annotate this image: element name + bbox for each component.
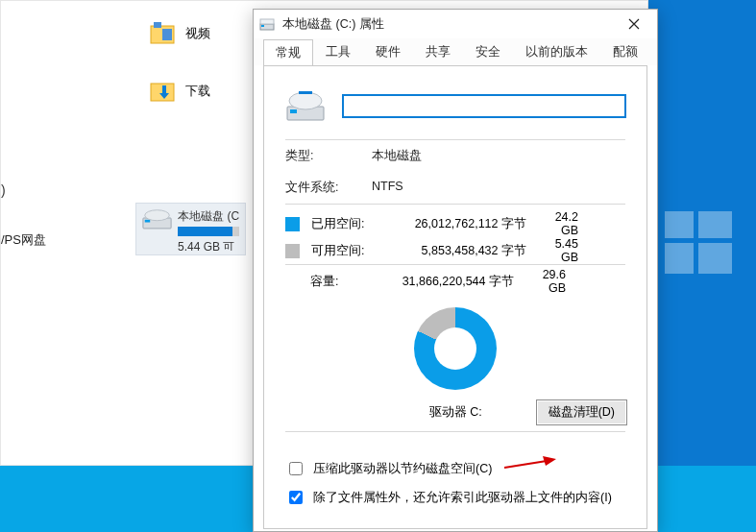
sidebar-label: 下载	[185, 83, 210, 100]
drive-tile-title: 本地磁盘 (C:	[178, 207, 239, 225]
svg-rect-8	[261, 25, 264, 27]
sidebar-item-downloads[interactable]: 下载	[149, 78, 210, 105]
hdd-icon	[142, 207, 172, 234]
tab-tools[interactable]: 工具	[313, 38, 363, 65]
stray-text: )	[1, 182, 6, 198]
svg-rect-5	[145, 220, 150, 223]
drive-usage-bar	[178, 227, 239, 236]
filesystem-label: 文件系统:	[285, 180, 372, 196]
usage-pie-chart	[414, 307, 497, 390]
svg-rect-11	[290, 109, 297, 113]
index-label: 除了文件属性外，还允许索引此驱动器上文件的内容(I)	[313, 490, 612, 506]
dialog-title: 本地磁盘 (C:) 属性	[282, 16, 617, 33]
svg-rect-9	[260, 19, 274, 24]
titlebar[interactable]: 本地磁盘 (C:) 属性	[254, 10, 657, 38]
drive-large-icon	[285, 87, 326, 124]
svg-point-6	[145, 210, 170, 221]
separator	[285, 431, 625, 432]
used-label: 已用空间:	[311, 216, 380, 232]
used-bytes: 26,012,762,112 字节	[392, 216, 526, 232]
compress-checkbox[interactable]	[289, 462, 303, 475]
drive-tile-free: 5.44 GB 可	[178, 238, 239, 251]
used-gb: 24.2 GB	[538, 210, 599, 237]
used-swatch	[285, 217, 300, 231]
sidebar-item-videos[interactable]: 视频	[149, 20, 210, 47]
close-icon	[628, 16, 640, 33]
capacity-label: 容量:	[310, 274, 368, 290]
close-button[interactable]	[617, 12, 651, 36]
tab-previous-versions[interactable]: 以前的版本	[513, 38, 600, 65]
tab-hardware[interactable]: 硬件	[363, 38, 413, 65]
compress-label: 压缩此驱动器以节约磁盘空间(C)	[313, 461, 492, 477]
drive-letter-label: 驱动器 C:	[429, 404, 482, 421]
disk-cleanup-button[interactable]: 磁盘清理(D)	[536, 399, 627, 425]
type-value: 本地磁盘	[372, 148, 422, 164]
free-swatch	[285, 244, 300, 258]
volume-name-input[interactable]	[343, 95, 625, 117]
index-checkbox[interactable]	[289, 491, 303, 504]
capacity-gb: 29.6 GB	[525, 268, 587, 295]
tab-quota[interactable]: 配额	[600, 38, 650, 65]
downloads-folder-icon	[149, 78, 176, 105]
properties-dialog: 本地磁盘 (C:) 属性 常规 工具 硬件 共享 安全 以前的版本 配额 类型:…	[253, 9, 658, 532]
filesystem-value: NTFS	[372, 180, 403, 196]
sidebar-item-wps[interactable]: /PS网盘	[1, 231, 46, 249]
free-gb: 5.45 GB	[538, 237, 599, 264]
svg-point-12	[289, 92, 322, 109]
tab-sharing[interactable]: 共享	[413, 38, 463, 65]
compress-checkbox-row[interactable]: 压缩此驱动器以节约磁盘空间(C)	[285, 459, 612, 478]
tab-general[interactable]: 常规	[263, 39, 313, 66]
free-bytes: 5,853,458,432 字节	[392, 243, 526, 259]
videos-folder-icon	[149, 20, 176, 47]
free-label: 可用空间:	[311, 243, 380, 259]
windows-logo	[665, 211, 732, 274]
index-checkbox-row[interactable]: 除了文件属性外，还允许索引此驱动器上文件的内容(I)	[285, 488, 612, 507]
tab-strip: 常规 工具 硬件 共享 安全 以前的版本 配额	[254, 38, 657, 65]
drive-icon	[259, 16, 275, 32]
drive-tile-c[interactable]: 本地磁盘 (C: 5.44 GB 可	[135, 203, 246, 255]
type-label: 类型:	[285, 148, 372, 164]
sidebar-label: 视频	[185, 25, 210, 42]
capacity-bytes: 31,866,220,544 字节	[379, 274, 514, 290]
tab-security[interactable]: 安全	[463, 38, 513, 65]
tab-panel: 类型: 本地磁盘 文件系统: NTFS 已用空间: 26,012,762,112…	[263, 65, 647, 529]
desktop-wallpaper	[648, 0, 756, 466]
svg-rect-1	[154, 22, 161, 28]
svg-rect-2	[162, 29, 172, 40]
svg-rect-13	[299, 91, 312, 94]
